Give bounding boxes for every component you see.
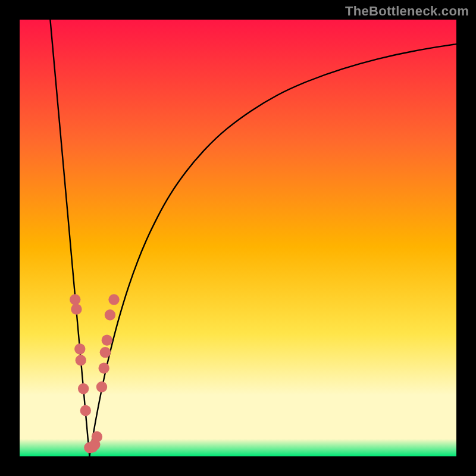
data-marker <box>71 303 82 314</box>
data-marker <box>108 294 119 305</box>
data-marker <box>70 294 80 305</box>
chart-frame: TheBottleneck.com <box>0 0 476 476</box>
data-marker <box>105 309 115 320</box>
attribution-text: TheBottleneck.com <box>345 4 469 19</box>
data-marker <box>102 335 112 346</box>
data-marker <box>76 355 86 365</box>
data-marker <box>74 343 85 354</box>
data-marker <box>80 405 91 416</box>
data-marker <box>98 363 109 374</box>
plot-area <box>20 20 456 456</box>
data-marker <box>78 383 89 394</box>
data-marker <box>96 381 107 392</box>
data-marker <box>100 347 111 358</box>
plot-svg <box>20 20 456 456</box>
data-marker <box>92 431 102 442</box>
